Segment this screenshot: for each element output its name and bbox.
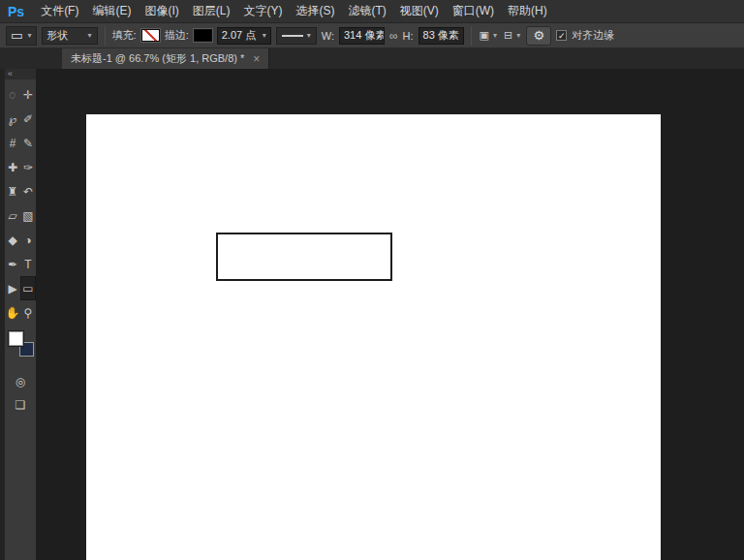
clone-stamp-tool[interactable]: ♜ — [5, 179, 20, 203]
geometry-options-button[interactable]: ⚙ — [526, 26, 551, 46]
tool-grid: ◌ ✛ ℘ ✐ # ✎ ✚ ✑ ♜ ↶ ▱ ▧ ◆ ◑ ✒ T ▶ ▭ ✋ ⚲ — [5, 82, 36, 325]
solid-line-icon — [282, 35, 303, 37]
align-edges-checkbox[interactable]: ✓ — [556, 30, 567, 41]
collapse-panel-button[interactable]: « — [5, 69, 36, 79]
rectangle-tool[interactable]: ▭ — [20, 276, 36, 300]
tool-mode-select[interactable]: 形状 ▾ — [42, 27, 98, 45]
menu-type[interactable]: 文字(Y) — [236, 3, 289, 19]
menu-file[interactable]: 文件(F) — [34, 3, 85, 19]
chevron-down-icon: ▾ — [88, 31, 92, 40]
fill-swatch[interactable] — [141, 29, 160, 42]
fill-label: 填充: — [112, 28, 137, 43]
align-edges-label: 对齐边缘 — [572, 28, 614, 43]
menu-layer[interactable]: 图层(L) — [186, 3, 237, 19]
dodge-tool[interactable]: ◑ — [20, 228, 36, 252]
path-operations-button[interactable]: ▣ ▾ — [479, 29, 498, 42]
stroke-style-select[interactable]: ▾ — [276, 27, 317, 45]
link-dimensions-icon[interactable]: ∞ — [389, 29, 398, 43]
lasso-tool[interactable]: ℘ — [5, 107, 20, 131]
chevron-down-icon: ▾ — [307, 31, 311, 40]
width-input[interactable]: 314 像素 — [339, 27, 385, 45]
divider — [471, 26, 472, 46]
type-tool[interactable]: T — [20, 252, 36, 276]
zoom-tool[interactable]: ⚲ — [20, 300, 36, 325]
chevron-down-icon: ▾ — [263, 31, 266, 40]
hand-tool[interactable]: ✋ — [5, 300, 20, 325]
checkmark-icon: ✓ — [558, 31, 566, 41]
document-tab-bar: 未标题-1 @ 66.7% (矩形 1, RGB/8) * × — [0, 48, 744, 69]
stroke-label: 描边: — [165, 28, 189, 43]
path-selection-tool[interactable]: ▶ — [5, 276, 20, 300]
menu-edit[interactable]: 编辑(E) — [85, 3, 138, 19]
elliptical-marquee-tool[interactable]: ◌ — [5, 82, 20, 107]
gear-icon: ⚙ — [533, 28, 544, 43]
options-bar: ▭ ▾ 形状 ▾ 填充: 描边: 2.07 点 ▾ ▾ W: 314 像素 ∞ … — [0, 23, 744, 48]
menu-help[interactable]: 帮助(H) — [501, 3, 554, 19]
tools-panel: « ◌ ✛ ℘ ✐ # ✎ ✚ ✑ ♜ ↶ ▱ ▧ ◆ ◑ ✒ T ▶ ▭ ✋ — [0, 69, 36, 560]
menu-filter[interactable]: 滤镜(T) — [341, 3, 392, 19]
quick-selection-tool[interactable]: ✐ — [20, 107, 36, 131]
height-label: H: — [403, 30, 414, 42]
path-alignment-button[interactable]: ⊟ ▾ — [503, 29, 521, 42]
eraser-tool[interactable]: ▱ — [5, 203, 20, 228]
canvas-area — [36, 69, 744, 560]
stroke-width-value: 2.07 点 — [222, 28, 256, 43]
tool-mode-value: 形状 — [47, 28, 69, 43]
menu-window[interactable]: 窗口(W) — [446, 3, 501, 19]
chevron-down-icon: ▾ — [493, 31, 497, 40]
move-tool[interactable]: ✛ — [20, 82, 36, 107]
color-swatches — [5, 329, 36, 370]
menu-select[interactable]: 选择(S) — [289, 3, 341, 19]
gradient-tool[interactable]: ▧ — [20, 203, 36, 228]
drawn-rectangle-shape[interactable] — [216, 233, 392, 281]
path-alignment-icon: ⊟ — [504, 29, 512, 42]
divider — [105, 26, 106, 46]
document-tab[interactable]: 未标题-1 @ 66.7% (矩形 1, RGB/8) * × — [62, 48, 269, 69]
pen-tool[interactable]: ✒ — [5, 252, 20, 276]
quick-mask-button[interactable]: ◎ — [5, 370, 36, 393]
close-tab-icon[interactable]: × — [253, 52, 260, 66]
photoshop-logo: Ps — [0, 4, 34, 19]
width-label: W: — [322, 30, 334, 42]
eyedropper-tool[interactable]: ✎ — [20, 131, 36, 155]
document-tab-title: 未标题-1 @ 66.7% (矩形 1, RGB/8) * — [71, 51, 244, 66]
path-operations-icon: ▣ — [480, 29, 489, 42]
width-value: 314 像素 — [344, 28, 385, 43]
foreground-color-swatch[interactable] — [9, 331, 23, 346]
stroke-width-input[interactable]: 2.07 点 ▾ — [217, 27, 271, 45]
history-brush-tool[interactable]: ↶ — [20, 179, 36, 203]
chevron-down-icon: ▾ — [516, 31, 520, 40]
workspace: « ◌ ✛ ℘ ✐ # ✎ ✚ ✑ ♜ ↶ ▱ ▧ ◆ ◑ ✒ T ▶ ▭ ✋ — [0, 69, 744, 560]
blur-tool[interactable]: ◆ — [5, 228, 20, 252]
tool-preset-dropdown[interactable]: ▭ ▾ — [6, 26, 37, 46]
photoshop-window: Ps 文件(F) 编辑(E) 图像(I) 图层(L) 文字(Y) 选择(S) 滤… — [0, 0, 744, 560]
height-value: 83 像素 — [423, 28, 459, 43]
menu-bar: Ps 文件(F) 编辑(E) 图像(I) 图层(L) 文字(Y) 选择(S) 滤… — [0, 0, 744, 23]
height-input[interactable]: 83 像素 — [418, 27, 464, 45]
chevron-down-icon: ▾ — [28, 31, 32, 40]
brush-tool[interactable]: ✑ — [20, 155, 36, 179]
menu-image[interactable]: 图像(I) — [138, 3, 185, 19]
menu-view[interactable]: 视图(V) — [393, 3, 446, 19]
document-canvas[interactable] — [86, 114, 661, 560]
rectangle-tool-icon: ▭ — [11, 28, 23, 43]
stroke-swatch[interactable] — [194, 29, 212, 42]
screen-mode-button[interactable]: ❏ — [5, 393, 36, 417]
crop-tool[interactable]: # — [5, 131, 20, 155]
spot-healing-brush-tool[interactable]: ✚ — [5, 155, 20, 179]
